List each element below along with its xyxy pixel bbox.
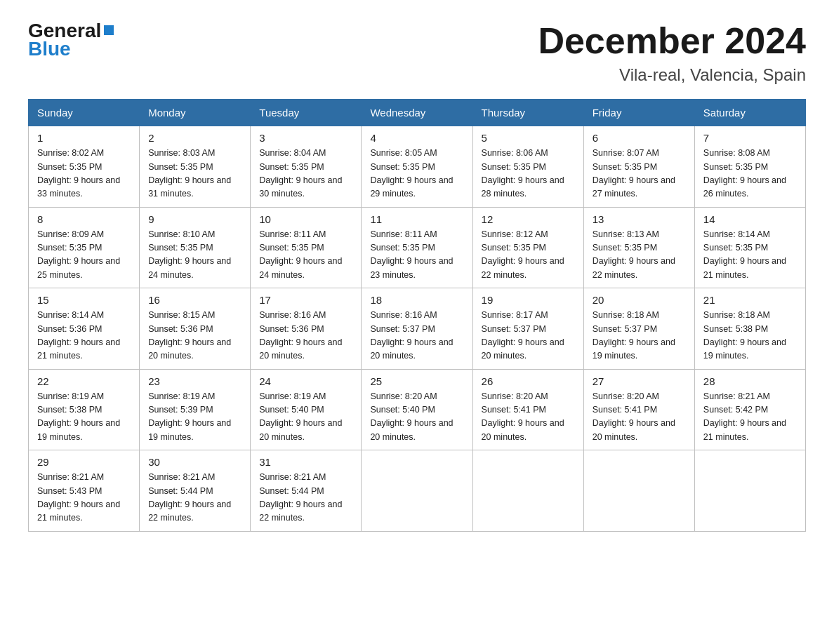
table-row: 13 Sunrise: 8:13 AMSunset: 5:35 PMDaylig… xyxy=(583,207,694,288)
table-row: 27 Sunrise: 8:20 AMSunset: 5:41 PMDaylig… xyxy=(583,369,694,450)
day-info: Sunrise: 8:03 AMSunset: 5:35 PMDaylight:… xyxy=(148,147,241,201)
table-row: 1 Sunrise: 8:02 AMSunset: 5:35 PMDayligh… xyxy=(29,126,140,208)
day-info: Sunrise: 8:21 AMSunset: 5:42 PMDaylight:… xyxy=(703,390,797,445)
table-row: 4 Sunrise: 8:05 AMSunset: 5:35 PMDayligh… xyxy=(362,126,472,208)
day-number: 23 xyxy=(148,375,241,387)
col-friday: Friday xyxy=(583,100,694,126)
day-number: 15 xyxy=(37,294,131,306)
day-info: Sunrise: 8:20 AMSunset: 5:41 PMDaylight:… xyxy=(482,390,575,445)
table-row: 22 Sunrise: 8:19 AMSunset: 5:38 PMDaylig… xyxy=(29,369,140,450)
page-header: General Blue December 2024 Vila-real, Va… xyxy=(28,21,806,85)
day-info: Sunrise: 8:21 AMSunset: 5:44 PMDaylight:… xyxy=(259,471,352,525)
day-info: Sunrise: 8:21 AMSunset: 5:43 PMDaylight:… xyxy=(37,471,131,525)
table-row: 30 Sunrise: 8:21 AMSunset: 5:44 PMDaylig… xyxy=(140,450,251,532)
day-info: Sunrise: 8:15 AMSunset: 5:36 PMDaylight:… xyxy=(148,309,241,363)
day-number: 12 xyxy=(482,213,575,225)
col-monday: Monday xyxy=(140,100,251,126)
day-info: Sunrise: 8:20 AMSunset: 5:41 PMDaylight:… xyxy=(593,390,686,445)
day-number: 16 xyxy=(148,294,241,306)
table-row: 25 Sunrise: 8:20 AMSunset: 5:40 PMDaylig… xyxy=(362,369,472,450)
table-row: 14 Sunrise: 8:14 AMSunset: 5:35 PMDaylig… xyxy=(694,207,805,288)
calendar-week-row: 1 Sunrise: 8:02 AMSunset: 5:35 PMDayligh… xyxy=(29,126,806,208)
col-thursday: Thursday xyxy=(472,100,583,126)
day-info: Sunrise: 8:05 AMSunset: 5:35 PMDaylight:… xyxy=(370,147,463,201)
day-info: Sunrise: 8:20 AMSunset: 5:40 PMDaylight:… xyxy=(370,390,463,445)
table-row: 31 Sunrise: 8:21 AMSunset: 5:44 PMDaylig… xyxy=(251,450,362,532)
table-row: 23 Sunrise: 8:19 AMSunset: 5:39 PMDaylig… xyxy=(140,369,251,450)
day-number: 14 xyxy=(703,213,797,225)
day-info: Sunrise: 8:18 AMSunset: 5:37 PMDaylight:… xyxy=(593,309,686,363)
day-info: Sunrise: 8:12 AMSunset: 5:35 PMDaylight:… xyxy=(482,228,575,283)
table-row: 16 Sunrise: 8:15 AMSunset: 5:36 PMDaylig… xyxy=(140,288,251,370)
table-row: 2 Sunrise: 8:03 AMSunset: 5:35 PMDayligh… xyxy=(140,126,251,208)
page-title: December 2024 xyxy=(538,21,806,61)
day-number: 10 xyxy=(259,213,352,225)
col-sunday: Sunday xyxy=(29,100,140,126)
table-row: 21 Sunrise: 8:18 AMSunset: 5:38 PMDaylig… xyxy=(694,288,805,370)
day-info: Sunrise: 8:19 AMSunset: 5:40 PMDaylight:… xyxy=(259,390,352,445)
day-number: 30 xyxy=(148,456,241,468)
table-row: 26 Sunrise: 8:20 AMSunset: 5:41 PMDaylig… xyxy=(472,369,583,450)
day-number: 18 xyxy=(370,294,463,306)
logo-blue-text: Blue xyxy=(28,39,114,59)
day-info: Sunrise: 8:07 AMSunset: 5:35 PMDaylight:… xyxy=(593,147,686,201)
day-number: 28 xyxy=(703,375,797,387)
logo-arrow-icon xyxy=(104,25,114,35)
table-row: 29 Sunrise: 8:21 AMSunset: 5:43 PMDaylig… xyxy=(29,450,140,532)
day-info: Sunrise: 8:04 AMSunset: 5:35 PMDaylight:… xyxy=(259,147,352,201)
day-number: 6 xyxy=(593,132,686,144)
calendar-table: Sunday Monday Tuesday Wednesday Thursday… xyxy=(28,99,806,532)
day-info: Sunrise: 8:14 AMSunset: 5:35 PMDaylight:… xyxy=(703,228,797,283)
day-number: 17 xyxy=(259,294,352,306)
day-info: Sunrise: 8:21 AMSunset: 5:44 PMDaylight:… xyxy=(148,471,241,525)
page-subtitle: Vila-real, Valencia, Spain xyxy=(538,65,806,85)
day-info: Sunrise: 8:19 AMSunset: 5:39 PMDaylight:… xyxy=(148,390,241,445)
day-number: 27 xyxy=(593,375,686,387)
col-wednesday: Wednesday xyxy=(362,100,472,126)
table-row xyxy=(694,450,805,532)
day-number: 25 xyxy=(370,375,463,387)
day-number: 8 xyxy=(37,213,131,225)
day-info: Sunrise: 8:11 AMSunset: 5:35 PMDaylight:… xyxy=(370,228,463,283)
day-info: Sunrise: 8:16 AMSunset: 5:37 PMDaylight:… xyxy=(370,309,463,363)
day-number: 22 xyxy=(37,375,131,387)
day-number: 11 xyxy=(370,213,463,225)
title-block: December 2024 Vila-real, Valencia, Spain xyxy=(538,21,806,85)
day-number: 20 xyxy=(593,294,686,306)
logo: General Blue xyxy=(28,21,114,59)
table-row: 3 Sunrise: 8:04 AMSunset: 5:35 PMDayligh… xyxy=(251,126,362,208)
table-row: 28 Sunrise: 8:21 AMSunset: 5:42 PMDaylig… xyxy=(694,369,805,450)
table-row xyxy=(362,450,472,532)
calendar-header-row: Sunday Monday Tuesday Wednesday Thursday… xyxy=(29,100,806,126)
day-info: Sunrise: 8:06 AMSunset: 5:35 PMDaylight:… xyxy=(482,147,575,201)
day-info: Sunrise: 8:17 AMSunset: 5:37 PMDaylight:… xyxy=(482,309,575,363)
day-info: Sunrise: 8:16 AMSunset: 5:36 PMDaylight:… xyxy=(259,309,352,363)
day-info: Sunrise: 8:08 AMSunset: 5:35 PMDaylight:… xyxy=(703,147,797,201)
day-info: Sunrise: 8:11 AMSunset: 5:35 PMDaylight:… xyxy=(259,228,352,283)
day-number: 13 xyxy=(593,213,686,225)
day-number: 19 xyxy=(482,294,575,306)
table-row: 7 Sunrise: 8:08 AMSunset: 5:35 PMDayligh… xyxy=(694,126,805,208)
day-number: 31 xyxy=(259,456,352,468)
col-saturday: Saturday xyxy=(694,100,805,126)
table-row xyxy=(583,450,694,532)
day-number: 9 xyxy=(148,213,241,225)
table-row: 10 Sunrise: 8:11 AMSunset: 5:35 PMDaylig… xyxy=(251,207,362,288)
day-number: 26 xyxy=(482,375,575,387)
day-info: Sunrise: 8:09 AMSunset: 5:35 PMDaylight:… xyxy=(37,228,131,283)
day-info: Sunrise: 8:18 AMSunset: 5:38 PMDaylight:… xyxy=(703,309,797,363)
calendar-week-row: 22 Sunrise: 8:19 AMSunset: 5:38 PMDaylig… xyxy=(29,369,806,450)
day-number: 7 xyxy=(703,132,797,144)
day-number: 21 xyxy=(703,294,797,306)
table-row: 18 Sunrise: 8:16 AMSunset: 5:37 PMDaylig… xyxy=(362,288,472,370)
day-number: 4 xyxy=(370,132,463,144)
table-row: 5 Sunrise: 8:06 AMSunset: 5:35 PMDayligh… xyxy=(472,126,583,208)
day-info: Sunrise: 8:13 AMSunset: 5:35 PMDaylight:… xyxy=(593,228,686,283)
day-number: 5 xyxy=(482,132,575,144)
calendar-week-row: 8 Sunrise: 8:09 AMSunset: 5:35 PMDayligh… xyxy=(29,207,806,288)
day-number: 2 xyxy=(148,132,241,144)
day-number: 3 xyxy=(259,132,352,144)
day-number: 29 xyxy=(37,456,131,468)
table-row: 12 Sunrise: 8:12 AMSunset: 5:35 PMDaylig… xyxy=(472,207,583,288)
table-row: 8 Sunrise: 8:09 AMSunset: 5:35 PMDayligh… xyxy=(29,207,140,288)
